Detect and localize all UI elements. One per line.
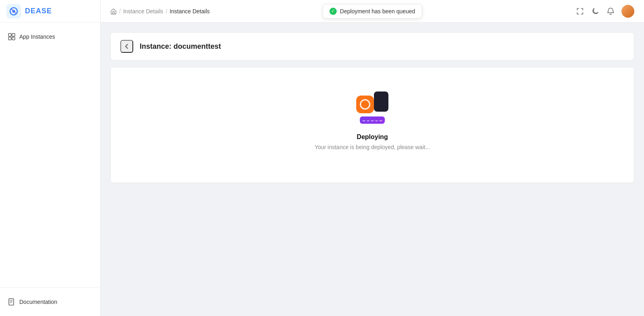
- back-button[interactable]: [120, 40, 133, 53]
- main-content: / Instance Details / Instance Details ✓ …: [101, 0, 644, 316]
- svg-rect-5: [8, 37, 11, 40]
- sidebar-bottom: Documentation: [0, 287, 100, 316]
- breadcrumb-instance-details-2: Instance Details: [169, 8, 210, 15]
- deploy-icon-dark: [374, 91, 388, 112]
- sidebar: DEASE App Instances Documenta: [0, 0, 101, 316]
- wave-4: [375, 119, 378, 121]
- sidebar-bottom-label: Documentation: [19, 299, 57, 305]
- deploy-icon-purple: [360, 116, 385, 124]
- wave-2: [367, 119, 370, 121]
- avatar[interactable]: [621, 5, 634, 18]
- dease-logo: [6, 4, 21, 19]
- sidebar-item-app-instances[interactable]: App Instances: [3, 29, 97, 44]
- page-header: Instance: documenttest: [110, 32, 634, 60]
- toast-message: Deployment has been queued: [340, 8, 415, 15]
- breadcrumb: / Instance Details / Instance Details: [110, 8, 210, 15]
- top-header: / Instance Details / Instance Details ✓ …: [101, 0, 644, 23]
- page-title: Instance: documenttest: [140, 42, 221, 51]
- deploy-title: Deploying: [357, 133, 388, 141]
- svg-rect-4: [12, 33, 15, 36]
- deploy-icon-orange: [356, 96, 374, 113]
- svg-rect-3: [8, 33, 11, 36]
- deploy-card: Deploying Your instance is being deploye…: [110, 67, 634, 183]
- header-actions: [576, 5, 634, 18]
- toast-check-icon: ✓: [330, 8, 337, 15]
- page-content: Instance: documenttest: [101, 23, 644, 316]
- wave-3: [371, 119, 374, 121]
- grid-icon: [8, 33, 15, 40]
- wave-5: [379, 119, 382, 121]
- bell-icon[interactable]: [606, 7, 615, 16]
- sidebar-logo: DEASE: [0, 0, 100, 23]
- moon-icon[interactable]: [591, 7, 600, 16]
- svg-rect-6: [12, 37, 15, 40]
- logo-text: DEASE: [25, 7, 52, 15]
- sidebar-item-label: App Instances: [19, 33, 55, 40]
- book-icon: [8, 298, 15, 306]
- orange-inner-circle: [360, 99, 370, 110]
- sidebar-item-documentation[interactable]: Documentation: [3, 294, 97, 310]
- deploy-subtitle: Your instance is being deployed, please …: [315, 144, 430, 150]
- sidebar-nav: App Instances: [0, 23, 100, 287]
- svg-rect-7: [9, 299, 14, 305]
- deployment-toast: ✓ Deployment has been queued: [323, 4, 422, 19]
- breadcrumb-sep-1: /: [119, 8, 121, 15]
- breadcrumb-sep-2: /: [166, 8, 167, 15]
- breadcrumb-instance-details-1[interactable]: Instance Details: [123, 8, 163, 15]
- breadcrumb-home[interactable]: [110, 8, 117, 15]
- deploy-illustration: [356, 91, 388, 124]
- fullscreen-icon[interactable]: [576, 7, 584, 16]
- wave-1: [362, 119, 365, 121]
